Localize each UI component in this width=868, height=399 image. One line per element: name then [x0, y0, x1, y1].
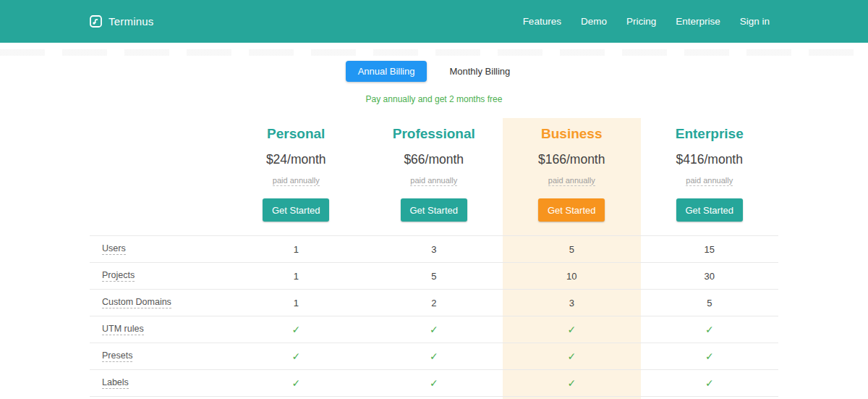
main-nav: Features Demo Pricing Enterprise Sign in [523, 16, 778, 27]
feature-label[interactable]: Presets [102, 350, 132, 362]
check-icon: ✓ [365, 343, 503, 369]
billing-toggle: Annual Billing Monthly Billing [0, 61, 868, 82]
feature-label[interactable]: Labels [102, 377, 129, 389]
terminus-logo-icon [90, 15, 102, 28]
plan-price: $416/month [641, 152, 779, 167]
get-started-button-business[interactable]: Get Started [538, 198, 605, 222]
nav-item-pricing[interactable]: Pricing [626, 16, 656, 27]
table-edge [503, 396, 641, 399]
feature-label[interactable]: Custom Domains [102, 297, 171, 308]
nav-item-features[interactable]: Features [523, 16, 561, 27]
check-icon: ✓ [227, 316, 365, 343]
feature-value-cell: 3 [503, 289, 641, 316]
feature-label[interactable]: Projects [102, 270, 135, 282]
feature-value-cell: 2 [365, 289, 503, 316]
feature-value-cell: 1 [227, 289, 365, 316]
nav-item-enterprise[interactable]: Enterprise [676, 16, 720, 27]
plan-card-enterprise: Enterprise $416/month paid annually Get … [641, 118, 779, 235]
plan-card-business: Business $166/month paid annually Get St… [503, 118, 641, 235]
feature-value-cell: 3 [365, 235, 503, 262]
check-icon: ✓ [641, 343, 779, 369]
annual-promo-text: Pay annually and get 2 months free [0, 94, 868, 104]
table-edge [227, 396, 365, 399]
plan-name: Business [503, 126, 641, 142]
plan-price: $166/month [503, 152, 641, 167]
feature-value-cell: 10 [503, 262, 641, 289]
plan-name: Personal [227, 126, 365, 142]
feature-value-cell: 15 [641, 235, 779, 262]
plan-price: $66/month [365, 152, 503, 167]
topbar-inner: Terminus Features Demo Pricing Enterpris… [90, 15, 778, 28]
plan-billing-note[interactable]: paid annually [548, 176, 595, 186]
feature-value-cell: 5 [503, 235, 641, 262]
plan-card-professional: Professional $66/month paid annually Get… [365, 118, 503, 235]
plan-billing-note[interactable]: paid annually [686, 176, 733, 186]
feature-row-labels: Labels [90, 369, 227, 396]
check-icon: ✓ [641, 316, 779, 343]
check-icon: ✓ [503, 343, 641, 369]
check-icon: ✓ [227, 343, 365, 369]
plan-billing-note[interactable]: paid annually [410, 176, 457, 186]
feature-column-spacer [90, 118, 227, 235]
annual-billing-button[interactable]: Annual Billing [346, 61, 427, 82]
feature-value-cell: 30 [641, 262, 779, 289]
feature-value-cell: 5 [641, 289, 779, 316]
feature-row-projects: Projects [90, 262, 227, 289]
feature-row-custom-domains: Custom Domains [90, 289, 227, 316]
monthly-billing-button[interactable]: Monthly Billing [437, 61, 522, 82]
plan-name: Professional [365, 126, 503, 142]
feature-label[interactable]: UTM rules [102, 324, 144, 335]
pricing-table: Personal $24/month paid annually Get Sta… [90, 118, 778, 399]
feature-row-users: Users [90, 235, 227, 262]
plan-billing-note[interactable]: paid annually [273, 176, 320, 186]
check-icon: ✓ [365, 316, 503, 343]
feature-row-presets: Presets [90, 343, 227, 369]
top-navigation-bar: Terminus Features Demo Pricing Enterpris… [0, 0, 868, 43]
nav-item-demo[interactable]: Demo [581, 16, 607, 27]
get-started-button-enterprise[interactable]: Get Started [676, 198, 743, 222]
table-edge [365, 396, 503, 399]
plan-card-personal: Personal $24/month paid annually Get Sta… [227, 118, 365, 235]
brand-name: Terminus [109, 15, 153, 28]
check-icon: ✓ [503, 369, 641, 396]
table-edge [641, 396, 779, 399]
decorative-strip [0, 49, 868, 56]
feature-label[interactable]: Users [102, 243, 126, 255]
plan-price: $24/month [227, 152, 365, 167]
plan-name: Enterprise [641, 126, 779, 142]
feature-value-cell: 1 [227, 262, 365, 289]
get-started-button-professional[interactable]: Get Started [401, 198, 467, 222]
check-icon: ✓ [503, 316, 641, 343]
check-icon: ✓ [365, 369, 503, 396]
table-edge [90, 396, 227, 399]
nav-item-sign-in[interactable]: Sign in [740, 16, 770, 27]
check-icon: ✓ [641, 369, 779, 396]
check-icon: ✓ [227, 369, 365, 396]
brand-logo[interactable]: Terminus [90, 15, 153, 28]
feature-row-utm-rules: UTM rules [90, 316, 227, 343]
feature-value-cell: 5 [365, 262, 503, 289]
get-started-button-personal[interactable]: Get Started [263, 198, 329, 222]
feature-value-cell: 1 [227, 235, 365, 262]
